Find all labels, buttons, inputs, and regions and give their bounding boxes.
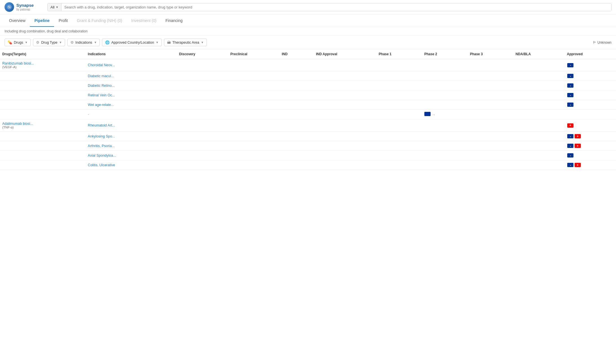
indication-link[interactable]: Axial Spondyloa... xyxy=(88,154,116,157)
filter-indications[interactable]: ⚙ Indications ▼ xyxy=(67,39,100,46)
phase3-cell xyxy=(468,100,513,110)
ind-approval-cell xyxy=(314,100,376,110)
indication-link[interactable]: Choroidal Neov... xyxy=(88,63,115,67)
flags-container xyxy=(567,163,614,167)
indication-link[interactable]: Arthritis, Psoria... xyxy=(88,144,115,148)
tab-overview[interactable]: Overview xyxy=(5,14,30,27)
phase2-cell xyxy=(422,151,468,160)
th-discovery: Discovery xyxy=(177,49,228,59)
chevron-down-icon: ▼ xyxy=(25,41,28,44)
phase1-cell xyxy=(376,90,422,100)
phase1-cell xyxy=(376,151,422,160)
logo: Synapse by patsnap xyxy=(5,2,44,12)
ind-approval-cell xyxy=(314,110,376,119)
chevron-down-icon: ▼ xyxy=(59,41,62,44)
flags-container xyxy=(567,93,614,97)
drug-name[interactable]: Adalimumab biosi... xyxy=(2,122,83,126)
phase2-cell xyxy=(422,100,468,110)
filter-therapeutic-label: Therapeutic Area xyxy=(172,41,199,45)
preclinical-cell xyxy=(228,141,280,151)
filter-drug-type-label: Drug Type xyxy=(41,41,57,45)
phase-marker xyxy=(424,112,431,116)
preclinical-cell xyxy=(228,59,280,71)
phase3-cell xyxy=(468,132,513,141)
phase3-cell xyxy=(468,151,513,160)
eu-flag-icon xyxy=(567,83,573,88)
indication-link[interactable]: Retinal Vein Oc... xyxy=(88,93,115,97)
eu-flag-icon xyxy=(567,153,573,157)
th-phase2: Phase 2 xyxy=(422,49,468,59)
tab-pipeline[interactable]: Pipeline xyxy=(30,14,54,27)
th-ind-approval: IND Approval xyxy=(314,49,376,59)
unknown-label: Unknown xyxy=(597,41,611,45)
indication-link[interactable]: Rheumatoid Art... xyxy=(88,123,115,127)
indication-link[interactable]: Wet age-relate... xyxy=(88,103,114,107)
dash-label: - xyxy=(88,112,89,116)
discovery-cell xyxy=(177,119,228,132)
drug-type-icon: ⚙ xyxy=(36,40,39,45)
drug-cell xyxy=(0,100,86,110)
drug-cell xyxy=(0,141,86,151)
filter-drug-type[interactable]: ⚙ Drug Type ▼ xyxy=(33,39,65,46)
indication-cell: Rheumatoid Art... xyxy=(86,119,177,132)
discovery-cell xyxy=(177,81,228,90)
th-approved: Approved xyxy=(565,49,616,59)
th-indications: Indications xyxy=(86,49,177,59)
th-drugs: Drugs(Targets) xyxy=(0,49,86,59)
discovery-cell xyxy=(177,160,228,170)
filter-drugs-label: Drugs xyxy=(14,41,23,45)
indication-cell: Diabetic macul... xyxy=(86,71,177,81)
drug-cell xyxy=(0,71,86,81)
nav-bar: Overview Pipeline Profit Grant & Funding… xyxy=(0,14,616,27)
approved-cell xyxy=(565,119,616,132)
filter-country[interactable]: 🌐 Approved Country/Location ▼ xyxy=(102,39,161,46)
phase3-cell xyxy=(468,110,513,119)
flags-container xyxy=(567,134,614,139)
search-input[interactable] xyxy=(61,3,611,11)
preclinical-cell xyxy=(228,81,280,90)
flags-container xyxy=(567,74,614,78)
preclinical-cell xyxy=(228,71,280,81)
phase2-cell xyxy=(422,160,468,170)
indication-link[interactable]: Ankylosing Spo... xyxy=(88,134,115,138)
drug-cell xyxy=(0,151,86,160)
indication-link[interactable]: Colitis, Ulcerative xyxy=(88,163,115,167)
approved-cell xyxy=(565,141,616,151)
tab-financing[interactable]: Financing xyxy=(161,14,187,27)
filters-right: 🏳 Unknown xyxy=(593,41,611,45)
discovery-cell xyxy=(177,110,228,119)
phase1-cell xyxy=(376,110,422,119)
logo-sub: by patsnap xyxy=(16,8,34,11)
ind-cell xyxy=(280,132,314,141)
table-row: Arthritis, Psoria... xyxy=(0,141,616,151)
indication-link[interactable]: Diabetic macul... xyxy=(88,74,114,78)
indication-link[interactable]: Diabetic Retino... xyxy=(88,84,115,88)
filter-therapeutic[interactable]: 🏔 Therapeutic Area ▼ xyxy=(164,39,207,46)
filter-drugs[interactable]: 💊 Drugs ▼ xyxy=(5,39,31,46)
table-row: Diabetic Retino... xyxy=(0,81,616,90)
preclinical-cell xyxy=(228,151,280,160)
timeline-arrow: → xyxy=(431,112,436,117)
phase1-cell xyxy=(376,81,422,90)
phase1-cell xyxy=(376,71,422,81)
drug-cell xyxy=(0,90,86,100)
table-row: Axial Spondyloa... xyxy=(0,151,616,160)
flags-container xyxy=(567,153,614,158)
nda-cell xyxy=(513,100,565,110)
search-type-select[interactable]: All ▼ xyxy=(48,3,61,11)
country-icon: 🌐 xyxy=(105,40,110,45)
phase3-cell xyxy=(468,81,513,90)
phase2-cell xyxy=(422,132,468,141)
tab-profit[interactable]: Profit xyxy=(54,14,72,27)
indication-cell: Retinal Vein Oc... xyxy=(86,90,177,100)
table-row: Wet age-relate... xyxy=(0,100,616,110)
phase1-cell xyxy=(376,119,422,132)
chevron-down-icon: ▼ xyxy=(201,41,204,44)
table-row: - → xyxy=(0,110,616,119)
discovery-cell xyxy=(177,132,228,141)
preclinical-cell xyxy=(228,100,280,110)
drug-name[interactable]: Ranibizumab biosi... xyxy=(2,61,83,65)
eu-flag-icon xyxy=(567,144,573,148)
discovery-cell xyxy=(177,151,228,160)
nda-cell xyxy=(513,71,565,81)
